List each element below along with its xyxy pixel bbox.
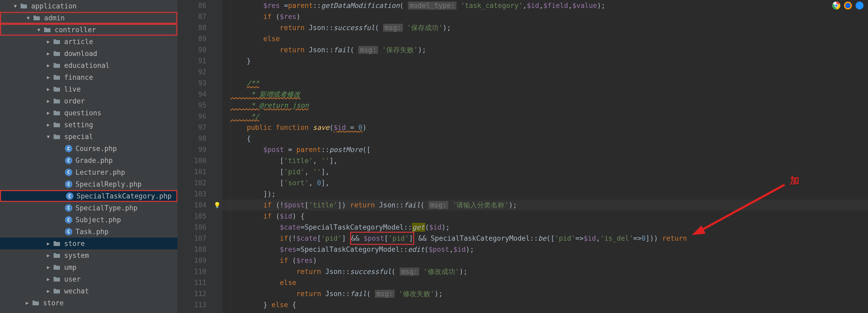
file-tree[interactable]: ▼application▼admin▼controller▶article▶do…	[0, 0, 177, 313]
line-number: 88	[177, 22, 207, 33]
line-number: 109	[177, 255, 207, 266]
code-line[interactable]: $res=SpecialTaskCategoryModel::edit($pos…	[222, 244, 868, 255]
folder-item-system[interactable]: ▶system	[0, 249, 177, 261]
folder-item-educational[interactable]: ▶educational	[0, 59, 177, 71]
folder-item-finance[interactable]: ▶finance	[0, 71, 177, 83]
code-line[interactable]: * @return json	[222, 100, 868, 111]
code-line[interactable]: return Json::fail( msg: '保存失败');	[222, 44, 868, 55]
code-line[interactable]: ['pid', ''],	[222, 166, 868, 177]
folder-item-store[interactable]: ▶store	[0, 238, 177, 249]
folder-item-store[interactable]: ▶store	[0, 297, 177, 309]
tree-item-label: educational	[64, 62, 110, 69]
folder-item-admin[interactable]: ▼admin	[0, 12, 177, 24]
folder-item-questions[interactable]: ▶questions	[0, 107, 177, 119]
chevron-icon[interactable]: ▼	[43, 134, 53, 139]
code-line[interactable]: }	[222, 55, 868, 66]
line-number: 106	[177, 222, 207, 233]
file-item-Subject.php[interactable]: CSubject.php	[0, 214, 177, 226]
chevron-icon[interactable]: ▼	[24, 15, 33, 21]
code-line[interactable]: $cate=SpecialTaskCategoryModel::get($id)…	[222, 222, 868, 233]
folder-item-setting[interactable]: ▶setting	[0, 119, 177, 131]
chevron-icon[interactable]: ▶	[43, 241, 53, 246]
chevron-icon[interactable]: ▶	[43, 288, 53, 294]
code-line[interactable]: if(!$cate['pid'] && $post['pid'] && Spec…	[222, 233, 868, 244]
firefox-icon[interactable]	[843, 1, 852, 10]
tree-item-label: SpecialTaskCategory.php	[76, 192, 172, 200]
code-line[interactable]: } else {	[222, 299, 868, 310]
chevron-icon[interactable]: ▶	[43, 264, 53, 270]
line-number: 95	[177, 100, 207, 111]
folder-item-controller[interactable]: ▼controller	[0, 24, 177, 36]
php-file-icon: C	[65, 204, 72, 212]
code-line[interactable]: $res =parent::getDataModification( model…	[222, 0, 868, 11]
file-item-Course.php[interactable]: CCourse.php	[0, 143, 177, 154]
code-line[interactable]: /**	[222, 77, 868, 89]
code-line[interactable]: if ($res)	[222, 255, 868, 266]
folder-item-order[interactable]: ▶order	[0, 95, 177, 107]
chevron-icon[interactable]: ▼	[34, 27, 43, 32]
file-item-SpecialType.php[interactable]: CSpecialType.php	[0, 202, 177, 214]
tree-item-label: article	[64, 38, 93, 46]
code-line[interactable]: if ($res)	[222, 11, 868, 22]
line-number: 91	[177, 55, 207, 66]
code-line[interactable]: else	[222, 277, 868, 288]
chevron-icon[interactable]: ▶	[43, 86, 53, 92]
code-line[interactable]: if ($id) {	[222, 211, 868, 222]
chevron-icon[interactable]: ▶	[43, 276, 53, 282]
line-number: 87	[177, 11, 207, 22]
code-line[interactable]: if (!$post['title']) return Json::fail( …	[222, 199, 868, 211]
chevron-icon[interactable]: ▶	[43, 253, 53, 258]
line-number-gutter: 8687888990919293949596979899100101102103…	[177, 0, 212, 313]
line-number: 110	[177, 266, 207, 277]
tree-item-label: finance	[64, 73, 93, 81]
chevron-icon[interactable]: ▶	[43, 74, 53, 80]
tree-item-label: Course.php	[75, 145, 117, 153]
file-item-Task.php[interactable]: CTask.php	[0, 226, 177, 238]
code-line[interactable]: return Json::successful( msg: '修改成功');	[222, 266, 868, 277]
line-number: 94	[177, 89, 207, 100]
code-line[interactable]: */	[222, 111, 868, 122]
code-line[interactable]: ['sort', 0],	[222, 177, 868, 188]
tree-item-label: Subject.php	[75, 216, 121, 224]
code-line[interactable]: ['title', ''],	[222, 155, 868, 166]
folder-icon	[53, 110, 62, 116]
code-area[interactable]: $res =parent::getDataModification( model…	[222, 0, 868, 313]
chevron-icon[interactable]: ▶	[23, 300, 32, 306]
folder-item-ump[interactable]: ▶ump	[0, 261, 177, 273]
chevron-icon[interactable]: ▶	[43, 122, 53, 127]
chevron-icon[interactable]: ▶	[43, 51, 53, 56]
file-item-SpecialTaskCategory.php[interactable]: CSpecialTaskCategory.php	[0, 190, 177, 202]
folder-item-application[interactable]: ▼application	[0, 0, 177, 12]
folder-item-download[interactable]: ▶download	[0, 48, 177, 59]
code-editor: 8687888990919293949596979899100101102103…	[177, 0, 868, 313]
chevron-icon[interactable]: ▶	[43, 110, 53, 116]
code-line[interactable]: $post = parent::postMore([	[222, 144, 868, 155]
file-item-Grade.php[interactable]: CGrade.php	[0, 154, 177, 166]
chevron-icon[interactable]: ▶	[43, 63, 53, 68]
code-line[interactable]: * 新增或者修改	[222, 89, 868, 100]
folder-icon	[53, 86, 62, 92]
folder-item-article[interactable]: ▶article	[0, 36, 177, 48]
file-item-Lecturer.php[interactable]: CLecturer.php	[0, 166, 177, 178]
chevron-icon[interactable]: ▶	[43, 98, 53, 104]
code-line[interactable]: return Json::fail( msg: '修改失败');	[222, 288, 868, 299]
code-line[interactable]	[222, 66, 868, 77]
code-line[interactable]: else	[222, 33, 868, 44]
safari-icon[interactable]	[855, 1, 864, 10]
tree-item-label: ump	[64, 263, 76, 271]
line-number: 98	[177, 133, 207, 144]
folder-item-live[interactable]: ▶live	[0, 83, 177, 95]
chevron-icon[interactable]: ▶	[43, 39, 53, 44]
folder-icon	[53, 288, 62, 294]
code-line[interactable]: {	[222, 133, 868, 144]
folder-item-user[interactable]: ▶user	[0, 273, 177, 285]
lightbulb-icon[interactable]: 💡	[214, 202, 221, 209]
file-item-SpecialReply.php[interactable]: CSpecialReply.php	[0, 178, 177, 190]
code-line[interactable]: ]);	[222, 188, 868, 199]
chrome-icon[interactable]	[832, 1, 841, 10]
chevron-icon[interactable]: ▼	[10, 3, 20, 9]
code-line[interactable]: public function save($id = 0)	[222, 122, 868, 133]
folder-item-special[interactable]: ▼special	[0, 131, 177, 143]
folder-item-wechat[interactable]: ▶wechat	[0, 285, 177, 297]
code-line[interactable]: return Json::successful( msg: '保存成功');	[222, 22, 868, 33]
